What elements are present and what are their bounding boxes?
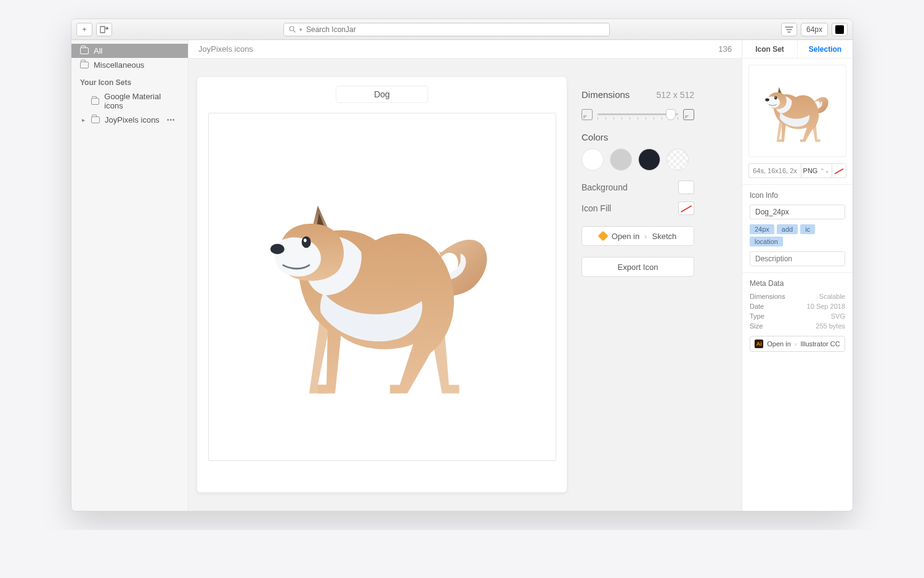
dimensions-value: 512 x 512	[657, 90, 695, 100]
sidebar-item-label: Miscellaneous	[94, 60, 144, 70]
meta-data-label: Meta Data	[750, 279, 845, 288]
dimensions-label: Dimensions	[582, 89, 630, 100]
tag[interactable]: location	[750, 237, 783, 246]
illustrator-icon: Ai	[755, 340, 763, 348]
sidebar-section-label: Your Icon Sets	[71, 72, 188, 89]
sidebar-set-joypixels[interactable]: ▸ JoyPixels icons •••	[71, 113, 188, 127]
tools-panel: Dimensions 512 x 512	[567, 77, 705, 492]
sidebar-set-google[interactable]: Google Material icons	[71, 89, 188, 113]
app-window: ＋ ▾ 64px All Miscellaneous	[71, 18, 853, 511]
export-color-button[interactable]	[832, 163, 846, 178]
inspector-preview	[748, 65, 846, 157]
icon-fill-label: Icon Fill	[582, 203, 611, 213]
folder-icon	[91, 98, 100, 105]
canvas-title-input[interactable]: Dog	[336, 86, 428, 103]
swatch-dark[interactable]	[638, 149, 660, 171]
size-large-icon	[683, 109, 694, 120]
folder-icon	[80, 47, 89, 54]
slider-thumb[interactable]	[666, 109, 676, 120]
swatch-grey[interactable]	[610, 149, 632, 171]
icon-info-label: Icon Info	[750, 191, 845, 200]
color-swatch-icon	[835, 25, 844, 34]
color-button[interactable]	[832, 23, 848, 36]
size-small-icon	[582, 109, 593, 120]
zoom-button[interactable]: 64px	[801, 23, 828, 36]
sidebar-item-all[interactable]: All	[71, 44, 188, 58]
sketch-icon	[598, 231, 608, 242]
export-format-select[interactable]: PNG⌃⌄	[801, 163, 832, 178]
main-area: JoyPixels icons 136 Dog Dimensions 512 x…	[188, 40, 742, 511]
caret-icon: ⌃⌄	[820, 168, 830, 174]
search-icon	[289, 26, 296, 33]
meta-row: Date10 Sep 2018	[750, 303, 845, 310]
titlebar: ＋ ▾ 64px	[71, 19, 853, 40]
meta-row: TypeSVG	[750, 312, 845, 320]
tag[interactable]: ic	[800, 224, 815, 234]
tags-list: 24px add ic location	[750, 224, 845, 246]
inspector: Icon Set Selection 64s, 16x16, 2x PNG⌃⌄ …	[742, 40, 853, 511]
chevron-right-icon: ›	[795, 340, 797, 348]
search-field[interactable]: ▾	[283, 23, 610, 36]
filter-button[interactable]	[781, 23, 797, 36]
size-slider[interactable]	[598, 108, 678, 121]
open-in-illustrator-button[interactable]: Ai Open in › Illustrator CC	[750, 336, 845, 352]
folder-icon	[91, 116, 100, 123]
main-title: JoyPixels icons	[198, 44, 253, 54]
add-button[interactable]: ＋	[76, 23, 92, 36]
open-in-sketch-button[interactable]: Open in › Sketch	[582, 226, 694, 246]
svg-point-3	[290, 26, 294, 31]
background-color-button[interactable]	[678, 181, 694, 194]
tag[interactable]: 24px	[750, 224, 774, 234]
canvas-card: Dog	[197, 77, 567, 492]
meta-row: Size255 bytes	[750, 322, 845, 330]
colors-label: Colors	[582, 132, 694, 142]
swatch-transparent[interactable]	[667, 149, 689, 171]
canvas[interactable]	[208, 113, 556, 461]
background-label: Background	[582, 182, 628, 192]
disclosure-icon[interactable]: ▸	[80, 116, 86, 123]
sidebar-item-misc[interactable]: Miscellaneous	[71, 58, 188, 72]
icon-name-input[interactable]	[750, 205, 845, 219]
icon-fill-color-button[interactable]	[678, 201, 694, 215]
more-icon[interactable]: •••	[167, 116, 176, 123]
dog-illustration	[234, 139, 530, 435]
tab-selection[interactable]: Selection	[798, 40, 853, 58]
main-header: JoyPixels icons 136	[188, 40, 742, 59]
tag[interactable]: add	[777, 224, 798, 234]
meta-row: DimensionsScalable	[750, 293, 845, 300]
sidebar-item-label: Google Material icons	[104, 92, 179, 110]
tab-icon-set[interactable]: Icon Set	[742, 40, 798, 58]
search-input[interactable]	[306, 25, 604, 34]
search-caret-icon: ▾	[299, 26, 302, 33]
sidebar-item-label: All	[94, 46, 102, 55]
export-sizes-field[interactable]: 64s, 16x16, 2x	[748, 163, 801, 178]
export-button[interactable]	[96, 23, 112, 36]
chevron-right-icon: ›	[644, 232, 647, 241]
description-input[interactable]	[750, 251, 845, 266]
main-count: 136	[718, 44, 732, 54]
swatch-white[interactable]	[582, 149, 604, 171]
folder-icon	[80, 62, 89, 68]
export-icon-button[interactable]: Export Icon	[582, 257, 694, 277]
dog-illustration-thumb	[755, 68, 841, 154]
sidebar-item-label: JoyPixels icons	[105, 115, 160, 124]
sidebar: All Miscellaneous Your Icon Sets Google …	[71, 40, 188, 511]
